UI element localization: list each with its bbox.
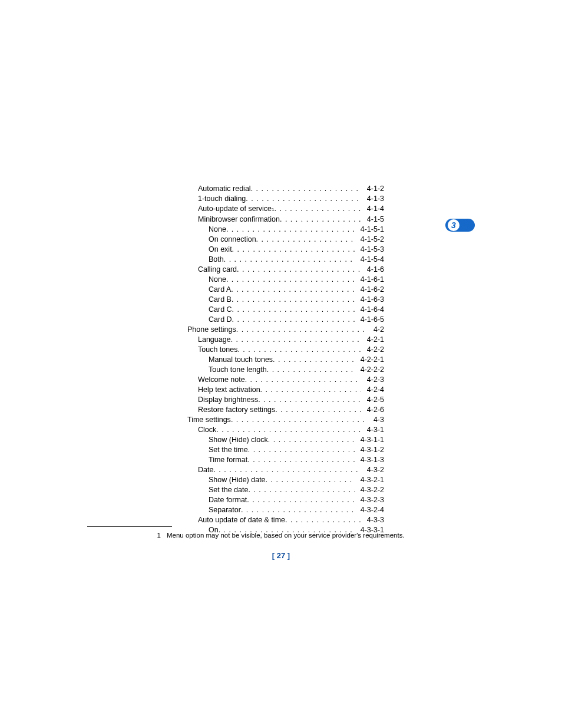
toc-label: Show (Hide) clock <box>209 435 268 445</box>
toc-number: 4-1-5-3 <box>355 245 384 255</box>
toc-leader <box>241 505 355 515</box>
toc-leader <box>248 485 354 495</box>
toc-number: 4-3-2 <box>361 465 384 475</box>
toc-number: 4-3-1-3 <box>355 455 384 465</box>
toc-number: 4-1-6-2 <box>355 285 384 295</box>
toc-row: Card B4-1-6-3 <box>177 295 384 305</box>
toc-number: 4-1-3 <box>361 194 384 204</box>
toc-label: Restore factory settings <box>198 405 275 415</box>
toc-number: 4-1-2 <box>361 184 384 194</box>
toc-row: Restore factory settings4-2-6 <box>177 405 384 415</box>
toc-leader <box>237 345 361 355</box>
toc-row: Display brightness4-2-5 <box>177 395 384 405</box>
toc-leader <box>245 375 361 385</box>
toc-number: 4-1-5 <box>361 215 384 225</box>
toc-number: 4-3-2-2 <box>355 485 384 495</box>
toc-number: 4-2-3 <box>361 375 384 385</box>
footnote: 1Menu option may not be visible, based o… <box>87 532 405 539</box>
toc-label: Set the date <box>209 485 248 495</box>
toc-label: Automatic redial <box>198 184 251 194</box>
footnote-marker: 1 <box>87 532 167 539</box>
toc-label: None <box>209 275 226 285</box>
toc-leader <box>216 425 361 435</box>
toc-label: 1-touch dialing <box>198 194 246 204</box>
section-tab-number: 3 <box>448 219 459 231</box>
toc-leader <box>236 325 368 335</box>
toc-row: 1-touch dialing4-1-3 <box>177 194 384 204</box>
toc-label: Clock <box>198 425 216 435</box>
toc-label: Both <box>209 255 224 265</box>
toc-row: Minibrowser confirmation4-1-5 <box>177 215 384 225</box>
toc-number: 4-1-5-4 <box>355 255 384 265</box>
toc-row: On exit4-1-5-3 <box>177 245 384 255</box>
toc-leader <box>248 445 355 455</box>
toc-row: Welcome note4-2-3 <box>177 375 384 385</box>
toc-row: None4-1-6-1 <box>177 275 384 285</box>
toc-number: 4-2-1 <box>361 335 384 345</box>
toc-label: Auto-update of service <box>198 204 272 214</box>
toc-label: Time settings <box>187 415 231 425</box>
toc-leader <box>256 235 355 245</box>
page-number: [ 27 ] <box>0 551 562 560</box>
toc-row: Card C4-1-6-4 <box>177 305 384 315</box>
toc-row: Set the date4-3-2-2 <box>177 485 384 495</box>
toc-label: Language <box>198 335 231 345</box>
toc-row: Show (Hide) date4-3-2-1 <box>177 475 384 485</box>
toc-row: Language4-2-1 <box>177 335 384 345</box>
toc-number: 4-2-2-2 <box>355 365 384 375</box>
toc-number: 4-2-6 <box>361 405 384 415</box>
toc-label: Manual touch tones <box>209 355 273 365</box>
toc-row: Auto-update of service14-1-4 <box>177 204 384 215</box>
toc-number: 4-1-6-5 <box>355 315 384 325</box>
toc-label: Set the time <box>209 445 248 455</box>
toc-row: Phone settings4-2 <box>177 325 384 335</box>
toc-leader <box>247 495 354 505</box>
toc-label: Separator <box>209 505 241 515</box>
toc-leader <box>275 405 361 415</box>
footnote-rule <box>87 526 172 527</box>
toc-label: Date <box>198 465 213 475</box>
toc-number: 4-3-3 <box>361 515 384 525</box>
toc-row: Auto update of date & time4-3-3 <box>177 515 384 525</box>
toc-label: Phone settings <box>187 325 236 335</box>
toc-leader <box>224 255 355 265</box>
toc-label: None <box>209 225 226 235</box>
toc-row: Both4-1-5-4 <box>177 255 384 265</box>
toc-number: 4-1-6 <box>361 265 384 275</box>
toc-number: 4-3-2-1 <box>355 475 384 485</box>
toc-leader <box>232 305 355 315</box>
toc-label: Calling card <box>198 265 237 275</box>
toc-row: Time format4-3-1-3 <box>177 455 384 465</box>
toc-number: 4-2-2-1 <box>355 355 384 365</box>
toc-number: 4-2-5 <box>361 395 384 405</box>
toc-label: On exit <box>209 245 232 255</box>
toc-number: 4-2-4 <box>361 385 384 395</box>
toc-row: Automatic redial4-1-2 <box>177 184 384 194</box>
toc-label: Display brightness <box>198 395 258 405</box>
toc-label: Touch tones <box>198 345 237 355</box>
toc-label: Card D <box>209 315 232 325</box>
toc-leader <box>280 215 361 225</box>
toc-number: 4-2 <box>368 325 384 335</box>
toc-label: Auto update of date & time <box>198 515 285 525</box>
toc-row: Card A4-1-6-2 <box>177 285 384 295</box>
toc-row: Date4-3-2 <box>177 465 384 475</box>
toc-leader <box>232 315 355 325</box>
toc-label: On connection <box>209 235 256 245</box>
toc-number: 4-1-5-2 <box>355 235 384 245</box>
toc-number: 4-2-2 <box>361 345 384 355</box>
toc-leader <box>226 275 355 285</box>
toc-row: Manual touch tones4-2-2-1 <box>177 355 384 365</box>
toc-leader <box>226 225 355 235</box>
toc-leader <box>232 295 355 305</box>
page: Automatic redial4-1-21-touch dialing4-1-… <box>0 0 562 728</box>
toc-number: 4-1-6-3 <box>355 295 384 305</box>
toc-number: 4-1-5-1 <box>355 225 384 235</box>
toc-label: Touch tone length <box>209 365 267 375</box>
toc-row: Touch tone length4-2-2-2 <box>177 365 384 375</box>
toc-label: Time format <box>209 455 247 465</box>
toc: Automatic redial4-1-21-touch dialing4-1-… <box>177 184 384 535</box>
toc-row: Card D4-1-6-5 <box>177 315 384 325</box>
toc-leader <box>247 455 354 465</box>
toc-number: 4-3-1 <box>361 425 384 435</box>
